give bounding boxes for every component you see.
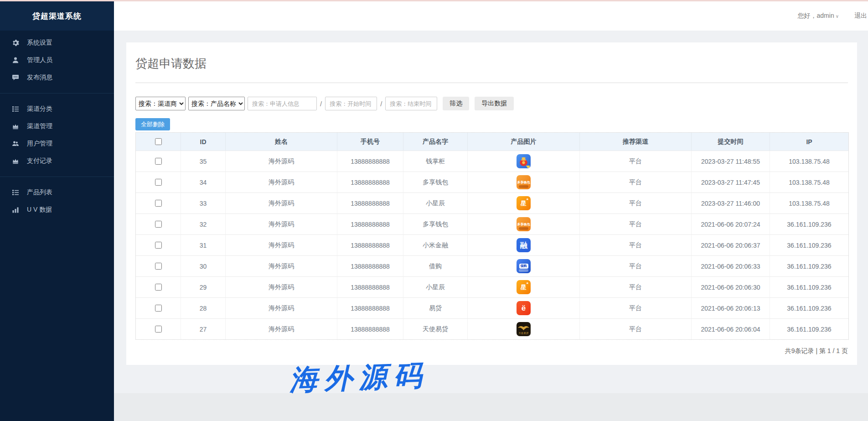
chevron-down-icon: ∨ xyxy=(836,14,839,19)
table-row: 35海外源码13888888888钱掌柜平台2023-03-27 11:48:5… xyxy=(136,151,848,172)
row-id: 35 xyxy=(181,151,226,172)
table-row: 31海外源码13888888888小米金融融平台2021-06-06 20:06… xyxy=(136,234,848,255)
separator-slash: / xyxy=(380,100,382,108)
sidebar-item-user-management[interactable]: 用户管理 xyxy=(0,135,114,152)
applicant-search-input[interactable] xyxy=(248,97,317,110)
app-logo: 贷超渠道系统 xyxy=(0,0,114,31)
export-data-button[interactable]: 导出数据 xyxy=(475,97,514,110)
top-header: 您好，admin∨ 退出 xyxy=(114,1,868,31)
column-header-name: 姓名 xyxy=(226,133,337,151)
row-name: 海外源码 xyxy=(226,297,337,318)
table-row: 28海外源码13888888888易贷ё平台2021-06-06 20:06:1… xyxy=(136,297,848,318)
row-id: 27 xyxy=(181,318,226,339)
row-channel: 平台 xyxy=(580,255,692,276)
sidebar-item-product-list[interactable]: 产品列表 xyxy=(0,184,114,201)
title-divider xyxy=(135,83,848,83)
row-channel: 平台 xyxy=(580,318,692,339)
start-time-input[interactable] xyxy=(325,97,377,110)
row-checkbox[interactable] xyxy=(155,200,162,207)
logout-link[interactable]: 退出 xyxy=(854,12,867,20)
sidebar-item-uv-data[interactable]: U V 数据 xyxy=(0,201,114,218)
gear-icon xyxy=(11,39,19,47)
row-submit-time: 2021-06-06 20:07:24 xyxy=(692,213,770,234)
sidebar-item-publish-message[interactable]: 发布消息 xyxy=(0,69,114,86)
table-row: 32海外源码13888888888多享钱包多享钱包平台2021-06-06 20… xyxy=(136,213,848,234)
row-phone: 13888888888 xyxy=(337,192,403,213)
sidebar-menu: 系统设置管理人员发布消息渠道分类渠道管理用户管理支付记录产品列表U V 数据 xyxy=(0,31,114,218)
row-select-cell xyxy=(136,276,181,297)
qianzhanggui-app-icon xyxy=(517,154,531,168)
row-checkbox[interactable] xyxy=(155,305,162,312)
crown-icon xyxy=(11,123,19,130)
row-phone: 13888888888 xyxy=(337,255,403,276)
channel-search-select[interactable]: 搜索：渠道商 xyxy=(135,97,186,110)
row-checkbox[interactable] xyxy=(155,158,162,165)
separator-slash: / xyxy=(320,100,322,108)
row-product-name: 借购 xyxy=(403,255,468,276)
sidebar: 贷超渠道系统 系统设置管理人员发布消息渠道分类渠道管理用户管理支付记录产品列表U… xyxy=(0,0,114,421)
end-time-input[interactable] xyxy=(385,97,437,110)
row-checkbox[interactable] xyxy=(155,326,162,333)
sidebar-item-payment-records[interactable]: 支付记录 xyxy=(0,152,114,170)
row-checkbox[interactable] xyxy=(155,263,162,270)
sidebar-item-admin-staff[interactable]: 管理人员 xyxy=(0,52,114,69)
row-channel: 平台 xyxy=(580,234,692,255)
filter-button[interactable]: 筛选 xyxy=(443,97,469,110)
table-row: 30海外源码13888888888借购借购平台2021-06-06 20:06:… xyxy=(136,255,848,276)
row-select-cell xyxy=(136,297,181,318)
jiegou-app-icon: 借购 xyxy=(517,259,531,273)
sidebar-item-system-settings[interactable]: 系统设置 xyxy=(0,34,114,52)
row-name: 海外源码 xyxy=(226,255,337,276)
content-card: 贷超申请数据 搜索：渠道商 搜索：产品名称 / / 筛选 导出数据 全部删除 I… xyxy=(126,42,857,365)
product-search-select[interactable]: 搜索：产品名称 xyxy=(188,97,245,110)
row-product-image-cell xyxy=(468,151,580,172)
row-name: 海外源码 xyxy=(226,318,337,339)
message-icon xyxy=(11,74,19,82)
sidebar-item-channel-category[interactable]: 渠道分类 xyxy=(0,100,114,118)
row-product-name: 小星辰 xyxy=(403,192,468,213)
sidebar-item-label: 渠道管理 xyxy=(27,122,52,130)
yidai-app-icon: ё xyxy=(517,301,531,315)
table-header-row: ID 姓名 手机号 产品名字 产品图片 推荐渠道 提交时间 IP xyxy=(136,133,848,151)
row-product-name: 小米金融 xyxy=(403,234,468,255)
row-select-cell xyxy=(136,172,181,192)
list-icon xyxy=(11,189,19,197)
sidebar-item-label: 渠道分类 xyxy=(27,105,52,113)
row-channel: 平台 xyxy=(580,213,692,234)
person-icon xyxy=(11,57,19,64)
row-name: 海外源码 xyxy=(226,172,337,192)
row-product-image-cell: ё xyxy=(468,297,580,318)
list-icon xyxy=(11,105,19,113)
row-checkbox[interactable] xyxy=(155,284,162,291)
column-header-channel: 推荐渠道 xyxy=(580,133,692,151)
xiaomijinrong-app-icon: 融 xyxy=(517,238,531,252)
row-checkbox[interactable] xyxy=(155,221,162,228)
row-submit-time: 2021-06-06 20:06:33 xyxy=(692,255,770,276)
row-channel: 平台 xyxy=(580,192,692,213)
row-phone: 13888888888 xyxy=(337,151,403,172)
delete-all-button[interactable]: 全部删除 xyxy=(135,118,170,130)
row-id: 34 xyxy=(181,172,226,192)
row-product-image-cell: 星★ xyxy=(468,276,580,297)
row-channel: 平台 xyxy=(580,276,692,297)
select-all-checkbox[interactable] xyxy=(155,138,162,145)
row-checkbox[interactable] xyxy=(155,242,162,249)
page-footer-band xyxy=(114,393,868,421)
sidebar-item-channel-management[interactable]: 渠道管理 xyxy=(0,118,114,135)
table-row: 29海外源码13888888888小星辰星★平台2021-06-06 20:06… xyxy=(136,276,848,297)
duoxiangqianbao-app-icon: 多享钱包 xyxy=(517,175,531,189)
sidebar-item-label: 支付记录 xyxy=(27,157,52,165)
row-product-image-cell: 借购 xyxy=(468,255,580,276)
column-header-ip: IP xyxy=(770,133,848,151)
row-ip: 103.138.75.48 xyxy=(770,151,848,172)
row-ip: 36.161.109.236 xyxy=(770,297,848,318)
row-product-image-cell: 天使易贷 xyxy=(468,318,580,339)
top-accent-line xyxy=(0,0,868,1)
column-header-time: 提交时间 xyxy=(692,133,770,151)
page-title: 贷超申请数据 xyxy=(135,42,848,72)
row-id: 29 xyxy=(181,276,226,297)
row-name: 海外源码 xyxy=(226,151,337,172)
row-checkbox[interactable] xyxy=(155,179,162,186)
row-submit-time: 2023-03-27 11:48:55 xyxy=(692,151,770,172)
user-dropdown[interactable]: 您好，admin∨ xyxy=(798,12,839,20)
